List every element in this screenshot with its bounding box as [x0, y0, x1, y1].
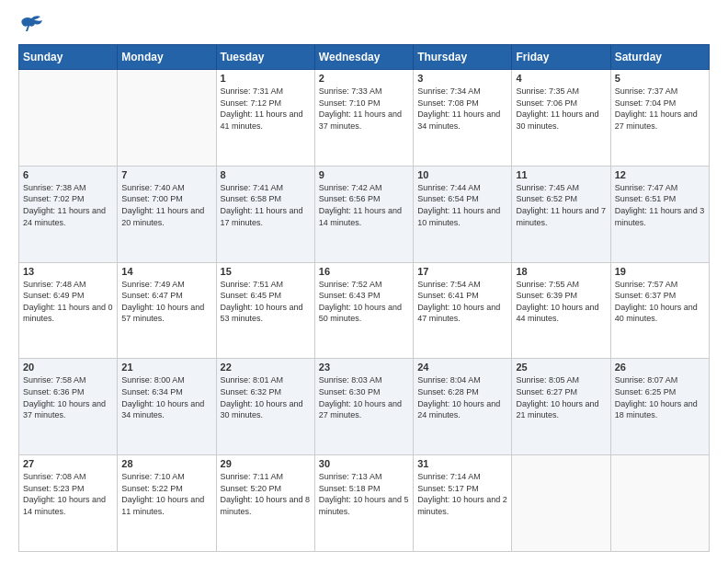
day-info: Sunrise: 7:58 AM Sunset: 6:36 PM Dayligh…: [23, 374, 113, 420]
day-number: 22: [221, 362, 311, 373]
calendar-cell: 25Sunrise: 8:05 AM Sunset: 6:27 PM Dayli…: [512, 359, 610, 455]
day-number: 8: [221, 169, 311, 180]
weekday-header-row: SundayMondayTuesdayWednesdayThursdayFrid…: [19, 45, 710, 70]
calendar-cell: 17Sunrise: 7:54 AM Sunset: 6:41 PM Dayli…: [414, 262, 512, 359]
calendar-cell: 31Sunrise: 7:14 AM Sunset: 5:17 PM Dayli…: [414, 455, 512, 552]
day-info: Sunrise: 7:42 AM Sunset: 6:56 PM Dayligh…: [319, 182, 409, 228]
calendar-cell: 9Sunrise: 7:42 AM Sunset: 6:56 PM Daylig…: [314, 166, 413, 262]
calendar-cell: 27Sunrise: 7:08 AM Sunset: 5:23 PM Dayli…: [19, 455, 118, 552]
day-info: Sunrise: 8:01 AM Sunset: 6:32 PM Dayligh…: [221, 374, 311, 420]
day-number: 12: [615, 169, 705, 180]
day-number: 18: [516, 266, 606, 277]
day-number: 28: [121, 458, 211, 469]
day-number: 27: [23, 458, 113, 469]
weekday-header-sunday: Sunday: [19, 45, 118, 70]
day-info: Sunrise: 7:45 AM Sunset: 6:52 PM Dayligh…: [516, 182, 606, 228]
week-row-2: 6Sunrise: 7:38 AM Sunset: 7:02 PM Daylig…: [19, 166, 710, 262]
week-row-5: 27Sunrise: 7:08 AM Sunset: 5:23 PM Dayli…: [19, 455, 710, 552]
day-number: 10: [417, 169, 507, 180]
day-number: 14: [121, 266, 211, 277]
day-number: 16: [319, 266, 409, 277]
day-number: 25: [516, 362, 606, 373]
day-info: Sunrise: 8:03 AM Sunset: 6:30 PM Dayligh…: [319, 374, 409, 420]
calendar-cell: 6Sunrise: 7:38 AM Sunset: 7:02 PM Daylig…: [19, 166, 118, 262]
calendar-cell: 12Sunrise: 7:47 AM Sunset: 6:51 PM Dayli…: [610, 166, 709, 262]
day-info: Sunrise: 7:31 AM Sunset: 7:12 PM Dayligh…: [221, 86, 311, 132]
calendar-cell: 10Sunrise: 7:44 AM Sunset: 6:54 PM Dayli…: [414, 166, 512, 262]
day-info: Sunrise: 7:08 AM Sunset: 5:23 PM Dayligh…: [23, 471, 113, 517]
calendar-cell: 7Sunrise: 7:40 AM Sunset: 7:00 PM Daylig…: [118, 166, 216, 262]
day-info: Sunrise: 8:05 AM Sunset: 6:27 PM Dayligh…: [516, 374, 606, 420]
calendar-cell: 14Sunrise: 7:49 AM Sunset: 6:47 PM Dayli…: [118, 262, 216, 359]
calendar-cell: 28Sunrise: 7:10 AM Sunset: 5:22 PM Dayli…: [118, 455, 216, 552]
week-row-3: 13Sunrise: 7:48 AM Sunset: 6:49 PM Dayli…: [19, 262, 710, 359]
day-number: 3: [417, 73, 507, 84]
calendar-cell: 30Sunrise: 7:13 AM Sunset: 5:18 PM Dayli…: [314, 455, 413, 552]
calendar-cell: 8Sunrise: 7:41 AM Sunset: 6:58 PM Daylig…: [216, 166, 314, 262]
day-number: 5: [615, 73, 705, 84]
day-number: 13: [23, 266, 113, 277]
logo-icon: [18, 15, 44, 35]
day-number: 9: [319, 169, 409, 180]
calendar-cell: 18Sunrise: 7:55 AM Sunset: 6:39 PM Dayli…: [512, 262, 610, 359]
day-info: Sunrise: 7:33 AM Sunset: 7:10 PM Dayligh…: [319, 86, 409, 132]
calendar-cell: [19, 70, 118, 167]
day-info: Sunrise: 7:37 AM Sunset: 7:04 PM Dayligh…: [615, 86, 705, 132]
calendar-cell: 15Sunrise: 7:51 AM Sunset: 6:45 PM Dayli…: [216, 262, 314, 359]
page: SundayMondayTuesdayWednesdayThursdayFrid…: [0, 0, 728, 563]
calendar-cell: 24Sunrise: 8:04 AM Sunset: 6:28 PM Dayli…: [414, 359, 512, 455]
day-info: Sunrise: 8:04 AM Sunset: 6:28 PM Dayligh…: [417, 374, 507, 420]
day-info: Sunrise: 7:41 AM Sunset: 6:58 PM Dayligh…: [221, 182, 311, 228]
logo: [18, 15, 48, 35]
day-number: 26: [615, 362, 705, 373]
header: [18, 15, 710, 35]
day-info: Sunrise: 7:11 AM Sunset: 5:20 PM Dayligh…: [221, 471, 311, 517]
day-info: Sunrise: 7:10 AM Sunset: 5:22 PM Dayligh…: [121, 471, 211, 517]
day-info: Sunrise: 7:54 AM Sunset: 6:41 PM Dayligh…: [417, 279, 507, 325]
calendar-cell: 29Sunrise: 7:11 AM Sunset: 5:20 PM Dayli…: [216, 455, 314, 552]
calendar-cell: 16Sunrise: 7:52 AM Sunset: 6:43 PM Dayli…: [314, 262, 413, 359]
calendar-cell: 22Sunrise: 8:01 AM Sunset: 6:32 PM Dayli…: [216, 359, 314, 455]
calendar-cell: 13Sunrise: 7:48 AM Sunset: 6:49 PM Dayli…: [19, 262, 118, 359]
day-number: 20: [23, 362, 113, 373]
day-number: 29: [221, 458, 311, 469]
day-number: 23: [319, 362, 409, 373]
day-number: 15: [221, 266, 311, 277]
calendar-cell: 1Sunrise: 7:31 AM Sunset: 7:12 PM Daylig…: [216, 70, 314, 167]
day-number: 11: [516, 169, 606, 180]
day-number: 2: [319, 73, 409, 84]
day-info: Sunrise: 7:49 AM Sunset: 6:47 PM Dayligh…: [121, 279, 211, 325]
day-number: 6: [23, 169, 113, 180]
day-info: Sunrise: 8:00 AM Sunset: 6:34 PM Dayligh…: [121, 374, 211, 420]
day-info: Sunrise: 7:55 AM Sunset: 6:39 PM Dayligh…: [516, 279, 606, 325]
day-info: Sunrise: 7:44 AM Sunset: 6:54 PM Dayligh…: [417, 182, 507, 228]
day-info: Sunrise: 7:35 AM Sunset: 7:06 PM Dayligh…: [516, 86, 606, 132]
day-info: Sunrise: 7:14 AM Sunset: 5:17 PM Dayligh…: [417, 471, 507, 517]
day-info: Sunrise: 7:57 AM Sunset: 6:37 PM Dayligh…: [615, 279, 705, 325]
day-number: 17: [417, 266, 507, 277]
day-number: 7: [121, 169, 211, 180]
calendar-cell: 4Sunrise: 7:35 AM Sunset: 7:06 PM Daylig…: [512, 70, 610, 167]
day-info: Sunrise: 7:38 AM Sunset: 7:02 PM Dayligh…: [23, 182, 113, 228]
calendar-cell: 3Sunrise: 7:34 AM Sunset: 7:08 PM Daylig…: [414, 70, 512, 167]
calendar-cell: 19Sunrise: 7:57 AM Sunset: 6:37 PM Dayli…: [610, 262, 709, 359]
calendar-cell: 2Sunrise: 7:33 AM Sunset: 7:10 PM Daylig…: [314, 70, 413, 167]
day-info: Sunrise: 7:13 AM Sunset: 5:18 PM Dayligh…: [319, 471, 409, 517]
day-info: Sunrise: 7:51 AM Sunset: 6:45 PM Dayligh…: [221, 279, 311, 325]
calendar-cell: 26Sunrise: 8:07 AM Sunset: 6:25 PM Dayli…: [610, 359, 709, 455]
calendar-table: SundayMondayTuesdayWednesdayThursdayFrid…: [18, 44, 710, 552]
calendar-cell: 5Sunrise: 7:37 AM Sunset: 7:04 PM Daylig…: [610, 70, 709, 167]
calendar-cell: 21Sunrise: 8:00 AM Sunset: 6:34 PM Dayli…: [118, 359, 216, 455]
weekday-header-thursday: Thursday: [414, 45, 512, 70]
day-number: 4: [516, 73, 606, 84]
day-number: 31: [417, 458, 507, 469]
weekday-header-tuesday: Tuesday: [216, 45, 314, 70]
weekday-header-friday: Friday: [512, 45, 610, 70]
day-info: Sunrise: 7:40 AM Sunset: 7:00 PM Dayligh…: [121, 182, 211, 228]
weekday-header-saturday: Saturday: [610, 45, 709, 70]
calendar-cell: 23Sunrise: 8:03 AM Sunset: 6:30 PM Dayli…: [314, 359, 413, 455]
day-info: Sunrise: 7:48 AM Sunset: 6:49 PM Dayligh…: [23, 279, 113, 325]
calendar-cell: [512, 455, 610, 552]
weekday-header-monday: Monday: [118, 45, 216, 70]
calendar-cell: [610, 455, 709, 552]
